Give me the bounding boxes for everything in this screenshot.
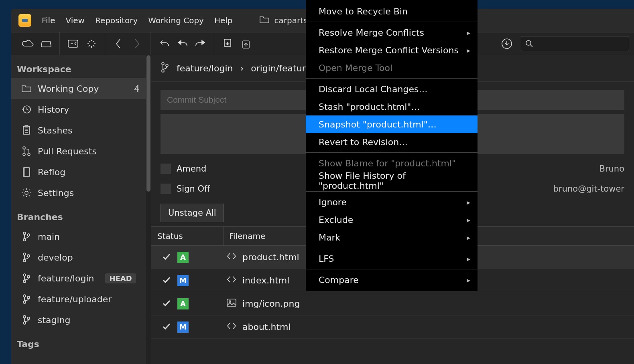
magic-icon[interactable]: [82, 34, 101, 53]
sidebar-item-label: Pull Requests: [38, 146, 97, 156]
sidebar-branches-header: Branches: [11, 203, 151, 226]
search-icon: [525, 40, 533, 48]
check-icon[interactable]: [162, 253, 172, 262]
breadcrumb-remote[interactable]: origin/feature: [251, 63, 311, 73]
sidebar-branch-staging[interactable]: staging: [11, 309, 151, 330]
sidebar-item-label: main: [38, 232, 60, 242]
redo-fill-icon[interactable]: [191, 34, 210, 53]
branch-icon: [21, 231, 32, 242]
status-badge: M: [177, 322, 189, 333]
branch-icon: [21, 294, 32, 304]
sidebar-item-settings[interactable]: Settings: [11, 182, 151, 203]
undo-icon[interactable]: [154, 34, 173, 53]
amend-checkbox[interactable]: [161, 164, 171, 174]
sidebar-item-stashes[interactable]: Stashes: [11, 120, 151, 141]
context-menu-item[interactable]: Move to Recycle Bin: [306, 2, 478, 20]
gear-icon: [21, 188, 32, 198]
sidebar-scrollbar[interactable]: [146, 55, 151, 364]
sidebar-branch-feature-login[interactable]: feature/login HEAD: [11, 268, 151, 289]
svg-point-20: [23, 274, 26, 276]
download-circle-icon[interactable]: [498, 34, 516, 53]
menu-view[interactable]: View: [65, 16, 84, 25]
file-row[interactable]: A img/icon.png: [151, 292, 634, 315]
breadcrumb-local[interactable]: feature/login: [177, 63, 233, 73]
context-menu-item[interactable]: LFS: [306, 250, 478, 267]
sidebar-workspace-header: Workspace: [11, 55, 151, 78]
svg-point-26: [23, 315, 26, 318]
menu-file[interactable]: File: [42, 16, 55, 25]
menu-working-copy[interactable]: Working Copy: [148, 16, 204, 25]
file-name: product.html: [242, 252, 299, 262]
check-icon[interactable]: [162, 299, 172, 309]
svg-point-29: [162, 63, 164, 65]
signoff-label: Sign Off: [177, 184, 210, 194]
menu-repository[interactable]: Repository: [95, 16, 138, 25]
svg-point-21: [23, 280, 26, 283]
svg-point-18: [23, 259, 26, 262]
unstage-all-button[interactable]: Unstage All: [161, 204, 224, 222]
status-badge: A: [177, 298, 189, 309]
sidebar-item-working-copy[interactable]: Working Copy 4: [11, 78, 151, 99]
svg-point-17: [23, 253, 26, 255]
svg-point-27: [23, 322, 26, 324]
file-row[interactable]: M about.html: [151, 315, 634, 339]
quick-open-icon[interactable]: [64, 34, 82, 53]
code-icon: [226, 322, 237, 332]
code-icon: [226, 252, 237, 263]
svg-point-31: [166, 64, 168, 67]
sidebar-branch-feature-uploader[interactable]: feature/uploader: [11, 289, 151, 309]
svg-point-22: [27, 275, 30, 278]
context-menu-item[interactable]: Snapshot "product.html"…: [306, 115, 478, 133]
svg-point-33: [229, 301, 231, 302]
context-menu-item[interactable]: Resolve Merge Conflicts: [306, 24, 478, 41]
context-menu[interactable]: Move to Recycle BinResolve Merge Conflic…: [306, 0, 478, 291]
svg-rect-32: [227, 299, 236, 306]
svg-point-24: [23, 301, 26, 303]
back-icon[interactable]: [109, 34, 128, 53]
sidebar-branch-main[interactable]: main: [11, 226, 151, 247]
author-name: Bruno: [599, 164, 624, 174]
svg-point-11: [28, 153, 30, 156]
context-menu-item[interactable]: Compare: [306, 271, 478, 289]
local-icon[interactable]: [37, 34, 55, 53]
check-icon[interactable]: [162, 322, 172, 332]
sidebar-item-reflog[interactable]: Reflog: [11, 162, 151, 182]
signoff-checkbox[interactable]: [161, 184, 171, 194]
svg-point-9: [23, 147, 25, 149]
check-icon[interactable]: [162, 276, 172, 285]
context-menu-item[interactable]: Discard Local Changes…: [306, 80, 478, 98]
context-menu-item[interactable]: Mark: [306, 229, 478, 246]
context-menu-item: Open Merge Tool: [306, 59, 478, 77]
pr-icon: [21, 146, 32, 156]
branch-icon: [21, 273, 32, 283]
file-name: about.html: [242, 322, 291, 332]
stash-down-icon[interactable]: [218, 34, 237, 53]
context-menu-item[interactable]: Show File History of "product.html": [306, 172, 478, 190]
context-menu-item[interactable]: Revert to Revision…: [306, 133, 478, 151]
repo-name: carparts-: [274, 16, 311, 25]
context-menu-item[interactable]: Restore Merge Conflict Versions: [306, 41, 478, 59]
svg-point-10: [23, 153, 25, 156]
sidebar-item-pull-requests[interactable]: Pull Requests: [11, 141, 151, 162]
forward-icon[interactable]: [128, 34, 146, 53]
context-menu-item[interactable]: Exclude: [306, 211, 478, 229]
search-input[interactable]: [521, 36, 629, 51]
sidebar-item-label: Stashes: [38, 125, 72, 135]
context-menu-item[interactable]: Stash "product.html"…: [306, 98, 478, 115]
sidebar-item-label: feature/login: [38, 273, 94, 283]
context-menu-item[interactable]: Ignore: [306, 193, 478, 211]
context-menu-item: Show Blame for "product.html": [306, 154, 478, 172]
sidebar-branch-develop[interactable]: develop: [11, 247, 151, 268]
amend-label: Amend: [177, 164, 206, 174]
undo-fill-icon[interactable]: [173, 34, 191, 53]
app-logo-icon: [18, 14, 31, 27]
sidebar-item-label: Working Copy: [38, 84, 99, 94]
status-badge: A: [177, 252, 189, 263]
menu-help[interactable]: Help: [214, 16, 233, 25]
cloud-icon[interactable]: [18, 34, 37, 53]
svg-rect-7: [23, 126, 30, 134]
sidebar-item-label: staging: [38, 315, 71, 325]
column-status[interactable]: Status: [151, 231, 223, 241]
sidebar-item-history[interactable]: History: [11, 99, 151, 120]
stash-up-icon[interactable]: [237, 34, 255, 53]
